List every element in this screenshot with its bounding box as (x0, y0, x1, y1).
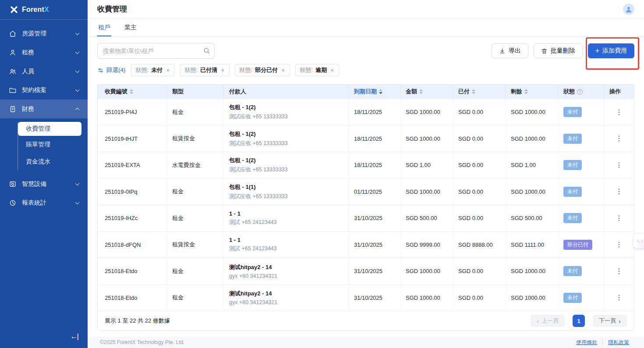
status-badge: 未付 (563, 266, 582, 276)
sidebar-item-people[interactable]: 人員 (0, 62, 88, 81)
cell-amount: SGD 1000.00 (400, 285, 453, 311)
column-header[interactable]: 金額 (400, 85, 453, 99)
sort-icon[interactable] (524, 89, 528, 94)
column-header-label: 狀態 (563, 88, 575, 96)
payer-contact: 測試 +65 24123443 (229, 219, 343, 226)
column-header-label: 收費編號 (105, 88, 127, 96)
filter-chip: 狀態: 未付✕ (131, 64, 175, 76)
cell-amount: SGD 1.00 (400, 152, 453, 178)
chevron-down-icon (75, 31, 80, 35)
footer-links: 使用條款隱私政策 (576, 339, 629, 346)
cell-status: 未付 (558, 126, 604, 152)
page-title: 收費管理 (97, 4, 127, 14)
table-row: 251019-PI4J租金包租 - 1(2)測試应收 +65 133333331… (98, 99, 634, 125)
pagination: 上一頁 1 下一頁 (531, 315, 627, 327)
payer-contact: 測試应收 +65 13333333 (229, 113, 343, 121)
row-actions-button[interactable]: ⋮ (616, 294, 623, 301)
row-actions-button[interactable]: ⋮ (616, 109, 623, 116)
row-actions-button[interactable]: ⋮ (616, 135, 623, 142)
cell-fee-id: 251019-PI4J (98, 99, 167, 125)
chip-remove-icon[interactable]: ✕ (220, 68, 224, 73)
table-header-row: 收費編號類型付款人到期日期金額已付剩餘狀態?操作 (98, 85, 634, 99)
batch-delete-button[interactable]: 批量刪除 (534, 43, 583, 58)
sidebar: ForentX 房源管理租務人員契約檔案財務收費管理賬單管理資金流水智慧設備報表… (0, 0, 88, 348)
column-header: 操作 (604, 85, 634, 99)
tab-owner[interactable]: 業主 (124, 18, 137, 36)
floating-widget[interactable]: >_< (633, 234, 644, 249)
column-header[interactable]: 已付 (453, 85, 506, 99)
chip-remove-icon[interactable]: ✕ (280, 68, 285, 73)
cell-status: 未付 (558, 205, 604, 231)
prev-page-button[interactable]: 上一頁 (531, 315, 565, 327)
payer-contact: gyx +60 341234321 (229, 273, 343, 279)
sort-icon[interactable] (379, 89, 382, 94)
user-avatar[interactable] (623, 4, 634, 15)
chip-remove-icon[interactable]: ✕ (329, 68, 334, 73)
export-label: 導出 (509, 47, 521, 55)
payer-name: 包租 - 1(2) (229, 103, 343, 111)
sidebar-item-finance[interactable]: 財務 (0, 99, 88, 118)
content: 導出 批量刪除 + 添加費用 (88, 37, 644, 348)
sidebar-item-person[interactable]: 租務 (0, 43, 88, 62)
column-header[interactable]: 收費編號 (98, 85, 167, 99)
cell-paid: SGD 0.00 (453, 99, 506, 125)
sidebar-item-folder[interactable]: 契約檔案 (0, 81, 88, 99)
sidebar-item-label: 契約檔案 (22, 86, 71, 94)
cell-type: 水電費按金 (167, 152, 224, 178)
help-icon[interactable]: ? (577, 89, 583, 95)
payer-name: 包租 - 1(2) (229, 156, 343, 164)
cell-paid: SGD 0.00 (453, 152, 506, 178)
sidebar-subitem-item[interactable]: 資金流水 (18, 153, 88, 170)
status-badge: 部分已付 (563, 240, 592, 250)
chip-key: 狀態: (240, 66, 253, 74)
page-number-button[interactable]: 1 (573, 315, 585, 327)
chevron-down-icon (75, 181, 80, 185)
tab-tenant[interactable]: 租戶 (98, 18, 110, 36)
sidebar-item-report[interactable]: 報表統計 (0, 193, 88, 212)
row-actions-button[interactable]: ⋮ (616, 188, 623, 195)
filter-toggle-button[interactable]: 篩選(4) (97, 66, 126, 74)
payer-name: 1 - 1 (229, 210, 343, 217)
column-header[interactable]: 剩餘 (506, 85, 558, 99)
cell-actions: ⋮ (604, 258, 634, 284)
row-actions-button[interactable]: ⋮ (616, 268, 623, 275)
search-input[interactable] (97, 43, 215, 59)
table-footer: 展示 1 至 22 共 22 條數據 上一頁 1 下一頁 (98, 311, 634, 330)
cell-due-date: 31/10/2025 (349, 205, 400, 231)
chevron-down-icon (75, 50, 80, 54)
export-button[interactable]: 導出 (492, 43, 528, 58)
terms-link[interactable]: 使用條款 (576, 339, 597, 346)
row-actions-button[interactable]: ⋮ (616, 241, 623, 248)
cell-actions: ⋮ (604, 205, 634, 231)
sidebar-collapse-button[interactable]: ←| (71, 332, 78, 341)
next-page-button[interactable]: 下一頁 (593, 315, 627, 327)
tab-bar: 租戶業主 (88, 18, 644, 37)
sort-icon[interactable] (472, 89, 475, 94)
cell-type: 租賃按金 (167, 126, 224, 152)
download-icon (499, 48, 506, 54)
controls-row: 導出 批量刪除 + 添加費用 (97, 43, 634, 59)
chip-value: 部分已付 (255, 66, 278, 74)
filter-toggle-label: 篩選(4) (106, 66, 126, 74)
person-icon (9, 49, 17, 57)
column-header[interactable]: 到期日期 (349, 85, 400, 99)
row-actions-button[interactable]: ⋮ (616, 162, 623, 169)
row-actions-button[interactable]: ⋮ (616, 215, 623, 222)
add-fee-button[interactable]: + 添加費用 (588, 43, 634, 58)
sidebar-item-device[interactable]: 智慧設備 (0, 174, 88, 193)
brand-name: ForentX (22, 6, 49, 14)
payer-contact: 測試应收 +65 13333333 (229, 166, 343, 174)
column-header: 類型 (167, 85, 224, 99)
table-row: 251019-EXTA水電費按金包租 - 1(2)測試应收 +65 133333… (98, 152, 634, 178)
privacy-link[interactable]: 隱私政策 (608, 339, 629, 346)
chip-key: 狀態: (136, 66, 149, 74)
sort-icon[interactable] (419, 89, 423, 94)
sort-icon[interactable] (130, 89, 133, 94)
sidebar-subitem-active[interactable]: 收費管理 (18, 122, 81, 136)
sidebar-subitem-item[interactable]: 賬單管理 (18, 136, 88, 153)
finance-icon (9, 105, 17, 113)
sidebar-item-home[interactable]: 房源管理 (0, 24, 88, 43)
cell-fee-id: 251018-Etdo (98, 258, 167, 284)
next-page-label: 下一頁 (599, 317, 616, 325)
chip-remove-icon[interactable]: ✕ (165, 68, 170, 73)
